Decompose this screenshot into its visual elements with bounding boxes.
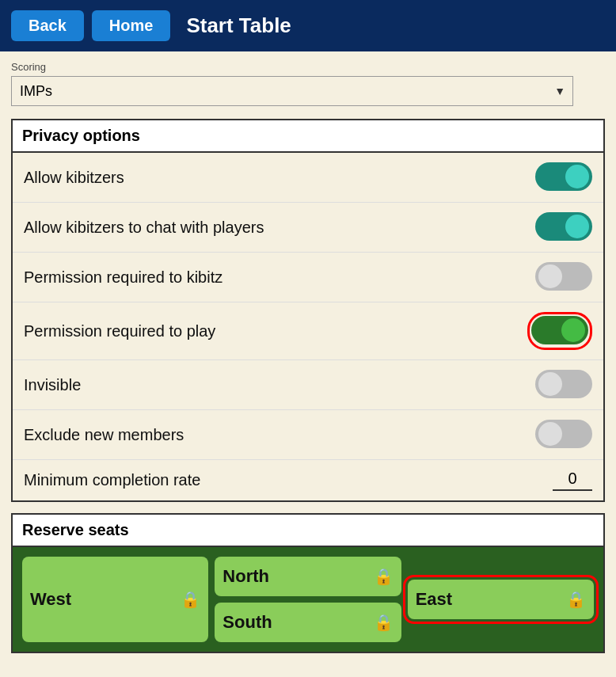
privacy-options-container: Allow kibitzers Allow kibitzers to chat … [11,153,605,502]
east-seat-button[interactable]: East 🔒 [408,580,594,619]
allow-kibitzers-toggle[interactable] [535,162,592,192]
west-label: West [30,589,71,610]
south-lock-icon: 🔒 [374,613,394,632]
east-label: East [416,589,452,610]
header: Back Home Start Table [0,0,616,51]
option-invisible: Invisible [13,360,603,410]
invisible-label: Invisible [24,376,81,394]
back-button[interactable]: Back [11,10,84,41]
option-allow-kibitzers: Allow kibitzers [13,153,603,203]
privacy-options-header: Privacy options [11,119,605,153]
permission-kibitz-toggle[interactable] [535,262,592,292]
north-label: North [222,566,269,587]
reserve-seats-header: Reserve seats [11,513,605,547]
kibitzers-chat-label: Allow kibitzers to chat with players [24,219,264,237]
reserve-seats-container: West 🔒 North 🔒 East 🔒 South 🔒 [11,547,605,653]
west-lock-icon: 🔒 [181,590,200,609]
permission-play-highlight [527,312,592,350]
completion-value: 0 [553,470,592,491]
south-label: South [222,612,272,633]
allow-kibitzers-label: Allow kibitzers [24,169,124,187]
scoring-label: Scoring [11,61,605,73]
permission-play-label: Permission required to play [24,322,215,340]
option-kibitzers-chat: Allow kibitzers to chat with players [13,203,603,253]
west-seat-button[interactable]: West 🔒 [22,557,208,642]
north-seat-button[interactable]: North 🔒 [215,557,401,596]
scoring-section: Scoring IMPs MPs Board-a-match [0,51,616,111]
permission-kibitz-label: Permission required to kibitz [24,268,222,287]
east-lock-icon: 🔒 [566,590,586,609]
page-title: Start Table [186,13,291,38]
exclude-members-label: Exclude new members [24,426,184,444]
completion-label: Minimum completion rate [24,471,200,489]
option-exclude-members: Exclude new members [13,410,603,460]
invisible-toggle[interactable] [535,370,592,400]
kibitzers-chat-toggle[interactable] [535,212,592,242]
north-lock-icon: 🔒 [374,567,394,586]
scoring-select[interactable]: IMPs MPs Board-a-match [11,76,573,106]
home-button[interactable]: Home [92,10,171,41]
option-permission-kibitz: Permission required to kibitz [13,253,603,302]
option-permission-play: Permission required to play [13,302,603,360]
completion-row: Minimum completion rate 0 [13,460,603,500]
east-seat-wrapper: East 🔒 [408,580,594,619]
permission-play-toggle[interactable] [531,316,588,346]
scoring-select-wrapper: IMPs MPs Board-a-match [11,76,573,106]
south-seat-button[interactable]: South 🔒 [215,603,401,642]
exclude-members-toggle[interactable] [535,420,592,450]
